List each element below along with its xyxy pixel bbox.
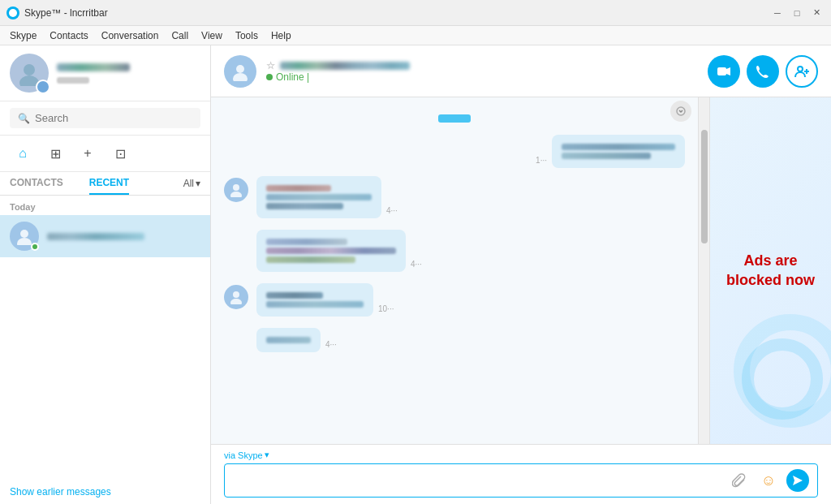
svg-point-1 [24,64,35,75]
svg-point-5 [236,65,244,73]
contact-item[interactable] [0,215,210,257]
tab-filter[interactable]: All ▾ [183,178,200,189]
add-contact-button[interactable]: + [75,140,101,166]
menu-skype[interactable]: Skype [3,28,43,43]
svg-marker-17 [793,476,803,485]
message-time-2: 4··· [386,206,398,218]
titlebar: Skype™ - lncrritbar ─ □ ✕ [0,0,831,26]
scrollbar-thumb[interactable] [701,130,708,243]
search-input[interactable] [35,112,192,124]
messages-stack-2: 4··· [256,176,685,222]
msg-avatar-2 [224,178,248,202]
search-input-wrapper[interactable]: 🔍 [10,108,200,128]
minimize-button[interactable]: ─ [769,5,786,21]
svg-point-4 [17,238,32,245]
messages-stack-4: 10··· [256,283,685,320]
svg-rect-7 [717,67,726,75]
chat-contact-status: Online | [266,71,410,83]
menu-call[interactable]: Call [165,28,195,43]
menu-contacts[interactable]: Contacts [43,28,94,43]
contact-list: Today [0,196,210,480]
chat-contact-name: ☆ [266,60,410,71]
tab-contacts[interactable]: CONTACTS [10,172,63,195]
star-icon[interactable]: ☆ [266,60,275,71]
message-input[interactable] [233,472,721,489]
chat-contact-avatar [224,55,256,88]
emoji-button[interactable]: ☺ [757,469,780,492]
contact-status-dot [31,243,39,251]
messages-container: 1··· 4· [211,97,831,444]
message-time-1: 1··· [536,156,547,168]
messages-stack-3: 4··· [256,230,685,275]
search-icon: 🔍 [18,113,30,124]
svg-point-14 [230,192,242,197]
menu-view[interactable]: View [195,28,229,43]
scroll-to-bottom-button[interactable] [670,101,691,122]
ad-area: Ads are blocked now [709,97,831,444]
svg-point-16 [230,299,242,304]
ads-blocked-text: Ads are blocked now [726,252,815,290]
message-bubble-3 [256,230,406,272]
window-title: Skype™ - lncrritbar [24,7,108,19]
section-today: Today [0,196,210,215]
message-time-4: 10··· [378,304,394,317]
chat-header-actions [708,55,818,88]
svg-marker-8 [726,67,730,75]
sidebar: 🔍 ⌂ ⊞ + ⊡ CONTACTS RECENT All ▾ Today [0,45,211,504]
profile-avatar-wrapper [10,54,49,93]
contact-name [47,230,144,243]
add-to-call-button[interactable] [786,55,818,88]
video-call-button[interactable] [708,55,740,88]
svg-point-13 [233,184,239,191]
send-button[interactable] [786,469,809,492]
message-bubble-5 [256,328,321,352]
profile-area [0,45,210,101]
menu-help[interactable]: Help [265,28,298,43]
close-button[interactable]: ✕ [808,5,825,21]
tab-recent[interactable]: RECENT [89,172,129,195]
message-row-2: 4··· [224,176,685,222]
grid-button[interactable]: ⊞ [42,140,68,166]
message-row-4: 10··· [224,283,685,320]
tabs-row: CONTACTS RECENT All ▾ [0,172,210,196]
chat-header-left: ☆ Online | [224,55,410,88]
message-row-5: 4··· [224,328,685,352]
svg-point-15 [233,291,239,298]
messages-scroll[interactable]: 1··· 4· [211,97,698,444]
profile-name [57,62,200,74]
chat-input-area: via Skype ▾ ☺ [211,444,831,504]
day-label [224,114,685,125]
svg-point-6 [233,73,248,81]
show-earlier-messages[interactable]: Show earlier messages [0,480,210,504]
status-text: Online | [276,71,309,83]
svg-point-0 [9,9,17,17]
message-time-3: 4··· [411,260,422,272]
skype-icon [6,6,19,19]
scrollbar[interactable] [698,97,709,444]
status-indicator [266,74,273,80]
via-skype-selector[interactable]: via Skype ▾ [224,445,818,463]
screen-button[interactable]: ⊡ [107,140,133,166]
home-button[interactable]: ⌂ [10,140,36,166]
contact-avatar [10,222,39,251]
message-bubble-2 [256,176,381,218]
menubar: Skype Contacts Conversation Call View To… [0,26,831,45]
svg-point-9 [798,67,803,71]
menu-conversation[interactable]: Conversation [95,28,166,43]
search-bar: 🔍 [0,101,210,136]
message-row-3: 4··· [224,230,685,275]
message-bubble-4 [256,283,373,317]
nav-icons-row: ⌂ ⊞ + ⊡ [0,136,210,172]
msg-avatar-4 [224,285,248,309]
window-controls: ─ □ ✕ [769,5,825,21]
ad-circle-2 [734,314,831,428]
menu-tools[interactable]: Tools [229,28,265,43]
attach-button[interactable] [728,469,751,492]
profile-avatar-secondary [36,80,50,94]
audio-call-button[interactable] [747,55,779,88]
maximize-button[interactable]: □ [789,5,805,21]
main-layout: 🔍 ⌂ ⊞ + ⊡ CONTACTS RECENT All ▾ Today [0,45,831,504]
message-row-1: 1··· [224,135,685,168]
chat-contact-info: ☆ Online | [266,60,410,83]
profile-status [57,74,200,85]
